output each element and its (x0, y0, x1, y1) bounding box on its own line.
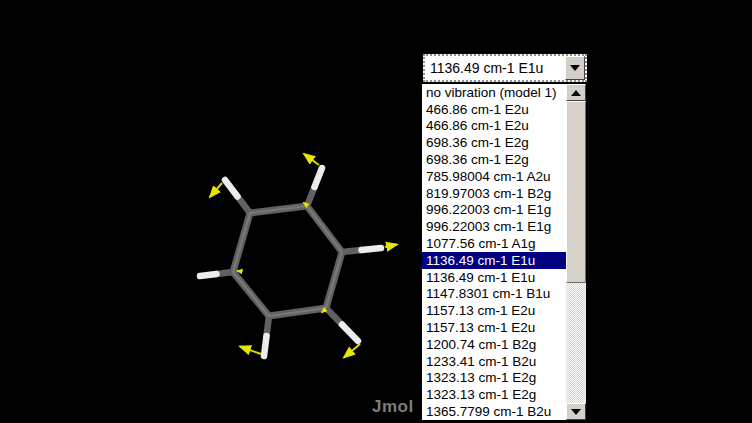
list-item[interactable]: 1157.13 cm-1 E2u (422, 302, 566, 319)
jmol-viewport[interactable]: Jmol 1136.49 cm-1 E1u no vibration (mode… (0, 0, 752, 423)
list-item[interactable]: 1233.41 cm-1 B2u (422, 353, 566, 370)
list-item[interactable]: 1365.7799 cm-1 B2u (422, 403, 566, 420)
scrollbar-down-button[interactable] (566, 403, 586, 420)
list-item[interactable]: 1200.74 cm-1 B2g (422, 336, 566, 353)
list-item[interactable]: 698.36 cm-1 E2g (422, 151, 566, 168)
list-item[interactable]: 785.98004 cm-1 A2u (422, 168, 566, 185)
dropdown-arrow-icon (570, 65, 580, 71)
list-item[interactable]: 1136.49 cm-1 E1u (422, 252, 566, 269)
list-item[interactable]: 819.97003 cm-1 B2g (422, 185, 566, 202)
list-item[interactable]: no vibration (model 1) (422, 84, 566, 101)
scrollbar-up-button[interactable] (566, 84, 586, 101)
list-item[interactable]: 466.86 cm-1 E2u (422, 101, 566, 118)
list-item[interactable]: 1323.13 cm-1 E2g (422, 370, 566, 387)
list-item[interactable]: 1077.56 cm-1 A1g (422, 235, 566, 252)
ch-bond-hydrogen-halves (200, 168, 381, 356)
up-arrow-icon (571, 90, 581, 96)
scrollbar-thumb[interactable] (566, 101, 586, 283)
benzene-ring (233, 206, 342, 316)
vibration-combobox[interactable]: 1136.49 cm-1 E1u (423, 54, 587, 82)
list-item[interactable]: 1157.13 cm-1 E2u (422, 319, 566, 336)
list-scrollbar[interactable] (566, 84, 586, 420)
molecule-canvas[interactable] (0, 0, 752, 423)
vibration-dropdown: no vibration (model 1)466.86 cm-1 E2u466… (422, 84, 586, 422)
combobox-dropdown-button[interactable] (565, 56, 585, 80)
jmol-watermark: Jmol (372, 397, 414, 417)
list-item[interactable]: 1323.13 cm-1 E2g (422, 386, 566, 403)
list-item[interactable]: 698.36 cm-1 E2g (422, 134, 566, 151)
list-item[interactable]: 996.22003 cm-1 E1g (422, 202, 566, 219)
list-item[interactable]: 1136.49 cm-1 E1u (422, 269, 566, 286)
scrollbar-track[interactable] (566, 283, 586, 403)
list-item[interactable]: 466.86 cm-1 E2u (422, 118, 566, 135)
vibration-list: no vibration (model 1)466.86 cm-1 E2u466… (422, 84, 566, 420)
combobox-value[interactable]: 1136.49 cm-1 E1u (425, 56, 565, 80)
list-item[interactable]: 1147.8301 cm-1 B1u (422, 286, 566, 303)
down-arrow-icon (571, 409, 581, 415)
list-item[interactable]: 996.22003 cm-1 E1g (422, 218, 566, 235)
